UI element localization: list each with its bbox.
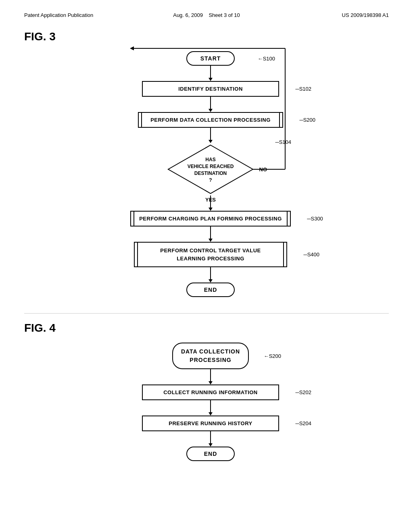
yes-label: YES: [205, 197, 216, 203]
header-sheet: Sheet 3 of 10: [209, 12, 240, 18]
svg-marker-0: [168, 145, 253, 193]
arrow-head-f4-1: [209, 381, 213, 384]
arrow-head-6: [209, 279, 213, 283]
fig3-label: FIG. 3: [24, 30, 389, 43]
s102-label: ─S102: [295, 86, 311, 92]
fig4-end-wrapper: END: [186, 447, 235, 461]
header-date-sheet: Aug. 6, 2009 Sheet 3 of 10: [146, 12, 267, 18]
svg-text:DESTINATION: DESTINATION: [194, 170, 227, 176]
svg-text:?: ?: [209, 177, 212, 183]
s200-node-wrapper: PERFORM DATA COLLECTION PROCESSING ─S200: [138, 112, 283, 128]
s202-wrapper: COLLECT RUNNING INFORMATION ─S202: [142, 384, 279, 400]
arrow-head-4: [209, 208, 213, 211]
s300-label: ─S300: [307, 216, 323, 222]
arrow-s200-diamond: [209, 128, 213, 143]
s102-node-wrapper: IDENTIFY DESTINATION ─S102: [142, 81, 279, 97]
s200-start-node: DATA COLLECTIONPROCESSING: [172, 343, 249, 369]
s104-diamond: HAS VEHICLE REACHED DESTINATION ?: [166, 143, 255, 195]
arrow-shaft-3: [210, 128, 211, 140]
arrow-fig4-1: [209, 369, 213, 384]
arrow-shaft-f4-3: [210, 431, 211, 443]
arrow-head-2: [209, 109, 213, 112]
end-node: END: [186, 283, 235, 297]
fig4-section: FIG. 4 DATA COLLECTIONPROCESSING ←S200 C…: [24, 322, 389, 461]
arrow-s300-s400: [209, 227, 213, 242]
s200-label: ─S200: [299, 117, 315, 123]
section-divider: [24, 313, 389, 314]
arrow-s400-end: [209, 267, 213, 283]
header-patent-number: US 2009/198398 A1: [267, 12, 389, 18]
svg-text:HAS: HAS: [205, 157, 215, 162]
s400-node-wrapper: PERFORM CONTROL TARGET VALUELEARNING PRO…: [134, 242, 287, 267]
arrow-s102-s200: [209, 97, 213, 112]
start-node: START: [186, 51, 235, 66]
no-branch-svg: [253, 143, 301, 195]
start-node-wrapper: START ←S100: [186, 51, 235, 66]
s200-start-wrapper: DATA COLLECTIONPROCESSING ←S200: [172, 343, 249, 369]
arrow-head-f4-2: [209, 412, 213, 416]
arrow-shaft-f4-2: [210, 400, 211, 412]
s400-label: ─S400: [303, 251, 319, 258]
fig4-end-node: END: [186, 447, 235, 461]
svg-text:VEHICLE REACHED: VEHICLE REACHED: [188, 164, 234, 169]
s200-node: PERFORM DATA COLLECTION PROCESSING: [138, 112, 283, 128]
s300-node-wrapper: PERFORM CHARGING PLAN FORMING PROCESSING…: [130, 211, 291, 227]
s100-label: ←S100: [258, 56, 275, 62]
arrow-fig4-3: [209, 431, 213, 447]
arrow-start-s102: [209, 66, 213, 81]
arrow-head-f4-3: [209, 443, 213, 447]
fig3-flowchart: START ←S100 IDENTIFY DESTINATION ─S102: [32, 51, 389, 297]
s204-wrapper: PRESERVE RUNNING HISTORY ─S204: [142, 416, 279, 431]
arrow-head: [209, 78, 213, 81]
s202-node: COLLECT RUNNING INFORMATION: [142, 384, 279, 400]
arrow-fig4-2: [209, 400, 213, 416]
page: Patent Application Publication Aug. 6, 2…: [0, 0, 413, 532]
fig4-flowchart: DATA COLLECTIONPROCESSING ←S200 COLLECT …: [32, 343, 389, 461]
s104-diamond-row: HAS VEHICLE REACHED DESTINATION ? ─S104 …: [166, 143, 255, 195]
s204-label: ─S204: [295, 420, 311, 426]
arrow-shaft-2: [210, 97, 211, 109]
s200b-label: ←S200: [264, 353, 281, 359]
arrow-shaft-5: [210, 227, 211, 239]
s300-node: PERFORM CHARGING PLAN FORMING PROCESSING: [130, 211, 291, 227]
s204-node: PRESERVE RUNNING HISTORY: [142, 416, 279, 431]
fig4-label: FIG. 4: [24, 322, 389, 335]
svg-marker-8: [130, 46, 134, 50]
header-date: Aug. 6, 2009: [173, 12, 203, 18]
arrow-head-5: [209, 239, 213, 242]
end-node-wrapper: END: [186, 283, 235, 297]
page-header: Patent Application Publication Aug. 6, 2…: [24, 12, 389, 18]
fig3-section: FIG. 3 START ←S100 IDENTIFY DESTINATION …: [24, 30, 389, 297]
arrow-shaft: [210, 66, 211, 78]
arrow-shaft-f4-1: [210, 369, 211, 381]
arrow-shaft-6: [210, 267, 211, 279]
s102-node: IDENTIFY DESTINATION: [142, 81, 279, 97]
s202-label: ─S202: [295, 389, 311, 395]
s400-node: PERFORM CONTROL TARGET VALUELEARNING PRO…: [134, 242, 287, 267]
header-publication: Patent Application Publication: [24, 12, 146, 18]
arrow-head-3: [209, 140, 213, 143]
